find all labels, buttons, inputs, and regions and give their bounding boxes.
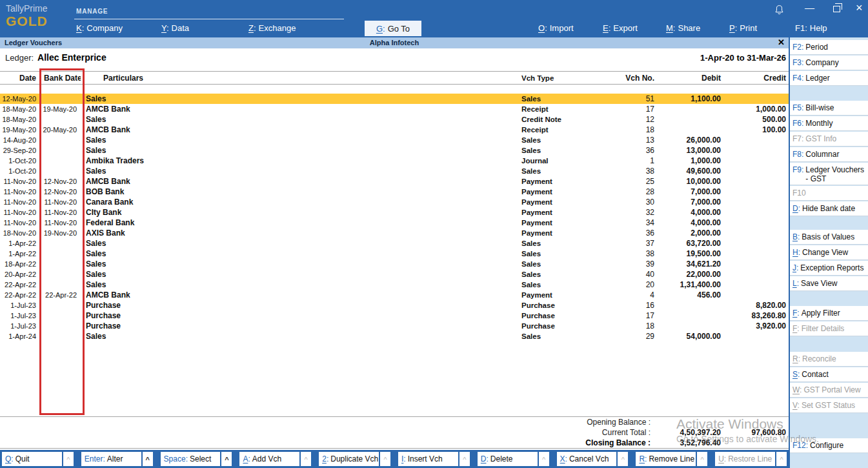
sidebar-item-ledger[interactable]: F4: Ledger <box>790 71 868 86</box>
sidebar-item-apply-filter[interactable]: F: Apply Filter <box>790 306 868 321</box>
bottom-bar-button-face[interactable]: Space:Select <box>161 452 221 466</box>
bottom-bar-button-face[interactable]: Enter:Alter <box>81 452 141 466</box>
expand-caret-icon[interactable]: ^ <box>221 452 232 466</box>
bottom-bar-remove-line[interactable]: R:Remove Line ^ <box>636 452 707 466</box>
bottom-bar-add-vch[interactable]: A:Add Vch ^ <box>239 452 311 466</box>
sidebar-item-change-view[interactable]: H: Change View <box>790 245 868 260</box>
expand-caret-icon[interactable]: ^ <box>697 452 707 466</box>
bottom-bar-select[interactable]: Space:Select ^ <box>161 452 232 466</box>
sidebar-item-ledger-vouchers-gst[interactable]: F9: Ledger Vouchers - GST <box>790 163 868 185</box>
sidebar-item-hide-bank-date[interactable]: D: Hide Bank date <box>790 201 868 216</box>
expand-caret-icon[interactable]: ^ <box>380 452 390 466</box>
table-row[interactable]: 11-Nov-20 11-Nov-20 Federal Bank Payment… <box>0 218 789 228</box>
menu-export[interactable]: E:Export <box>603 23 638 33</box>
expand-caret-icon[interactable]: ^ <box>776 452 787 466</box>
expand-caret-icon[interactable]: ^ <box>143 452 153 466</box>
cell-vch-no: 20 <box>623 280 654 290</box>
bottom-bar-insert-vch[interactable]: I:Insert Vch ^ <box>398 452 470 466</box>
sidebar-item-key: F3: <box>792 58 803 67</box>
sidebar-item-basis-of-values[interactable]: B: Basis of Values <box>790 230 868 245</box>
cell-credit <box>721 135 787 145</box>
expand-caret-icon[interactable]: ^ <box>63 452 74 466</box>
table-row[interactable]: 11-Nov-20 12-Nov-20 AMCB Bank Payment 25… <box>0 176 789 187</box>
bottom-bar-cancel-vch[interactable]: X:Cancel Vch ^ <box>557 452 629 466</box>
bottom-bar-alter[interactable]: Enter:Alter ^ <box>81 452 153 466</box>
table-row[interactable]: 22-Apr-22 22-Apr-22 AMCB Bank Payment 4 … <box>0 290 789 300</box>
goto-button[interactable]: G: Go To <box>365 21 421 36</box>
cell-particulars: Sales <box>81 166 520 176</box>
bottom-bar-button-face[interactable]: X:Cancel Vch <box>557 452 617 466</box>
table-row[interactable]: 1-Jul-23 Purchase Purchase 18 3,920.00 <box>0 321 789 331</box>
sidebar-item-configure[interactable]: F12: Configure <box>790 438 868 453</box>
bottom-bar-key: 2: <box>322 454 328 463</box>
table-row[interactable]: 20-Apr-22 Sales Sales 40 22,000.00 <box>0 269 789 280</box>
bottom-bar-button-face[interactable]: A:Add Vch <box>239 452 299 466</box>
menu-import[interactable]: O:Import <box>538 23 574 33</box>
cell-vch-no: 38 <box>623 166 654 176</box>
bottom-bar-delete[interactable]: D:Delete ^ <box>478 452 549 466</box>
cell-bank-date: 22-Apr-22 <box>37 290 81 300</box>
cell-debit: 456.00 <box>654 290 721 300</box>
table-row[interactable]: 22-Apr-22 Sales Sales 20 1,31,400.00 <box>0 280 789 290</box>
restore-button[interactable] <box>833 6 840 12</box>
table-row[interactable]: 18-Nov-20 19-Nov-20 AXIS Bank Payment 36… <box>0 228 789 238</box>
table-row[interactable]: 18-May-20 19-May-20 AMCB Bank Receipt 17… <box>0 104 789 114</box>
table-row[interactable]: 1-Oct-20 Sales Sales 38 49,600.00 <box>0 166 789 176</box>
table-row[interactable]: 19-May-20 20-May-20 AMCB Bank Receipt 18… <box>0 125 789 135</box>
cell-particulars: AMCB Bank <box>81 176 520 187</box>
cell-particulars: Sales <box>81 238 520 249</box>
table-row[interactable]: 1-Oct-20 Ambika Traders Journal 1 1,000.… <box>0 156 789 166</box>
table-row[interactable]: 18-May-20 Sales Credit Note 12 500.00 <box>0 114 789 125</box>
table-row[interactable]: 14-Aug-20 Sales Sales 13 26,000.00 <box>0 135 789 145</box>
bottom-bar-quit[interactable]: Q:Quit ^ <box>2 452 74 466</box>
table-row[interactable]: 1-Apr-22 Sales Sales 38 19,500.00 <box>0 249 789 259</box>
menu-share[interactable]: M:Share <box>666 23 700 33</box>
table-row[interactable]: 1-Apr-24 Sales Sales 29 54,000.00 <box>0 331 789 341</box>
table-row[interactable]: 12-May-20 Sales Sales 51 1,100.00 <box>0 94 789 104</box>
cell-debit: 22,000.00 <box>654 269 721 280</box>
sidebar-item-save-view[interactable]: L: Save View <box>790 276 868 291</box>
cell-debit: 63,720.00 <box>654 238 721 249</box>
expand-caret-icon[interactable]: ^ <box>301 452 311 466</box>
table-row[interactable]: 1-Jul-23 Purchase Purchase 16 8,820.00 <box>0 300 789 310</box>
menu-help[interactable]: F1:Help <box>795 23 827 33</box>
cell-credit: 1,000.00 <box>721 104 787 114</box>
bottom-bar-button-face[interactable]: D:Delete <box>478 452 538 466</box>
expand-caret-icon[interactable]: ^ <box>459 452 470 466</box>
bottom-bar-button-face[interactable]: R:Remove Line <box>636 452 696 466</box>
menu-data[interactable]: Y:Data <box>161 23 189 33</box>
menu-exchange[interactable]: Z:Exchange <box>248 23 296 33</box>
cell-vch-type: Purchase <box>520 310 623 321</box>
table-row[interactable]: 1-Jul-23 Purchase Purchase 17 83,260.80 <box>0 310 789 321</box>
bottom-bar-duplicate-vch[interactable]: 2:Duplicate Vch ^ <box>319 452 390 466</box>
bottom-bar-button-face[interactable]: 2:Duplicate Vch <box>319 452 379 466</box>
cell-vch-no: 18 <box>623 125 654 135</box>
table-row[interactable]: 11-Nov-20 12-Nov-20 BOB Bank Payment 28 … <box>0 187 789 197</box>
close-screen-button[interactable]: ✕ <box>778 37 785 47</box>
bottom-bar-button-face[interactable]: I:Insert Vch <box>398 452 458 466</box>
minimize-button[interactable]: — <box>805 2 814 13</box>
bottom-bar-button-face[interactable]: U:Restore Line <box>715 452 775 466</box>
sidebar-item-company[interactable]: F3: Company <box>790 56 868 70</box>
sidebar-item-period[interactable]: F2: Period <box>790 40 868 55</box>
table-row[interactable]: 18-Apr-22 Sales Sales 39 34,621.20 <box>0 259 789 269</box>
bottom-bar-button-face[interactable]: Q:Quit <box>2 452 62 466</box>
sidebar-item-bill-wise[interactable]: F5: Bill-wise <box>790 101 868 116</box>
table-row[interactable]: 29-Sep-20 Sales Sales 36 13,000.00 <box>0 145 789 156</box>
sidebar-item-exception-reports[interactable]: J: Exception Reports <box>790 261 868 276</box>
sidebar-item-columnar[interactable]: F8: Columnar <box>790 147 868 162</box>
table-row[interactable]: 11-Nov-20 11-Nov-20 CIty Bank Payment 32… <box>0 207 789 218</box>
menu-company[interactable]: K:Company <box>76 23 123 33</box>
table-row[interactable]: 11-Nov-20 11-Nov-20 Canara Bank Payment … <box>0 197 789 207</box>
sidebar-item-contact[interactable]: S: Contact <box>790 367 868 382</box>
expand-caret-icon[interactable]: ^ <box>539 452 549 466</box>
menu-print[interactable]: P:Print <box>729 23 757 33</box>
sidebar-item-monthly[interactable]: F6: Monthly <box>790 116 868 131</box>
table-row[interactable]: 1-Apr-22 Sales Sales 37 63,720.00 <box>0 238 789 249</box>
cell-debit <box>654 104 721 114</box>
expand-caret-icon[interactable]: ^ <box>618 452 628 466</box>
close-window-button[interactable]: × <box>856 1 863 15</box>
cell-debit: 54,000.00 <box>654 331 721 341</box>
cell-vch-type: Payment <box>520 228 623 238</box>
notification-bell-icon[interactable] <box>774 5 784 18</box>
